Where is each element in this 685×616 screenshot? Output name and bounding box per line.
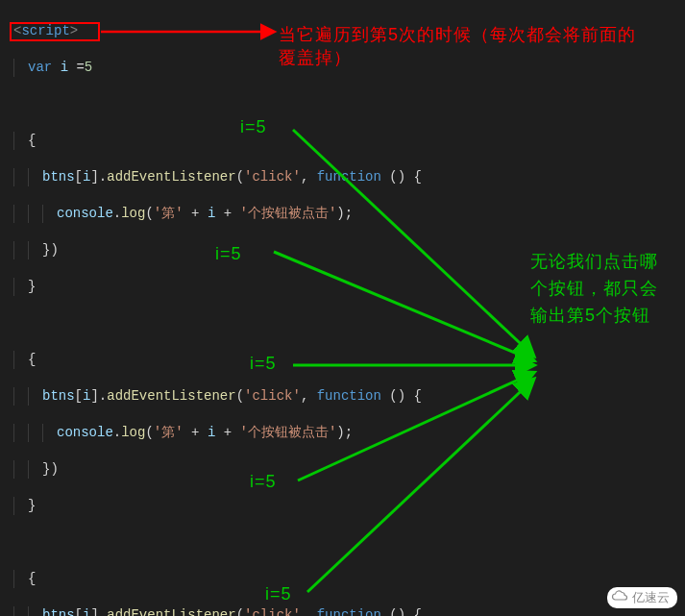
code-line: btns[i].addEventListener('click', functi…: [13, 606, 685, 616]
code-line-var: var i =5: [13, 59, 685, 77]
code-line: btns[i].addEventListener('click', functi…: [13, 387, 685, 406]
code-line: console.log('第' + i + '个按钮被点击');: [13, 424, 685, 442]
watermark-text: 亿速云: [632, 590, 670, 604]
cloud-icon: [611, 589, 628, 604]
code-editor: <script> var i =5 { btns[i].addEventList…: [0, 0, 685, 616]
code-line: <script>: [13, 22, 685, 40]
code-line: btns[i].addEventListener('click', functi…: [13, 168, 685, 186]
code-line: console.log('第' + i + '个按钮被点击');: [13, 205, 685, 223]
code-line: }): [13, 241, 685, 259]
code-line: {: [13, 570, 685, 588]
watermark: 亿速云: [607, 587, 677, 608]
code-line: {: [13, 351, 685, 369]
code-line: }): [13, 460, 685, 479]
code-line: }: [13, 497, 685, 515]
code-line: {: [13, 132, 685, 150]
code-line: }: [13, 278, 685, 296]
